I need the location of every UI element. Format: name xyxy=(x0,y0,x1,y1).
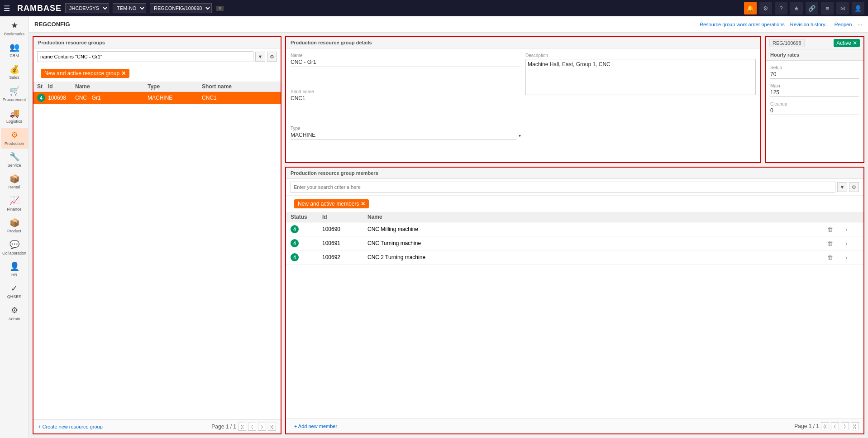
prev-page-button[interactable]: ⟨ xyxy=(248,423,256,431)
col-status: Status xyxy=(291,214,322,220)
filter-icon[interactable]: ▼ xyxy=(255,52,265,62)
type-select[interactable]: MACHINE ▾ xyxy=(291,132,521,140)
favorites-icon[interactable]: ★ xyxy=(790,2,803,14)
sidebar-item-product[interactable]: 📦 Product xyxy=(1,216,28,236)
delete-icon[interactable]: 🗑 xyxy=(827,240,845,247)
mail-icon[interactable]: ✉ xyxy=(836,2,849,14)
sidebar-item-service[interactable]: 🔧 Service xyxy=(1,149,28,170)
more-options-button[interactable]: ··· xyxy=(857,21,863,28)
main-value[interactable]: 125 xyxy=(770,89,859,97)
members-next-page-button[interactable]: ⟩ xyxy=(841,422,849,430)
sidebar-item-crm[interactable]: 👥 CRM xyxy=(1,40,28,61)
sidebar-item-label: Service xyxy=(7,163,21,168)
member-status: 4 xyxy=(291,225,322,233)
sidebar-item-sales[interactable]: 💰 Sales xyxy=(1,62,28,83)
last-page-button[interactable]: ⟩⟩ xyxy=(268,423,276,431)
sidebar-item-label: Bookmarks xyxy=(4,32,24,37)
template-select[interactable]: TEM-NO xyxy=(113,3,146,13)
hourly-rates-title: Hourly rates xyxy=(766,49,863,61)
main-content: REGCONFIG Resource group work order oper… xyxy=(29,16,868,438)
content-area: Production resource groups ▼ ⚙ New and a… xyxy=(29,33,868,438)
sidebar-item-qhses[interactable]: ✓ QHSES xyxy=(1,281,28,302)
member-status: 4 xyxy=(291,253,322,261)
status-circle: 4 xyxy=(291,239,299,247)
left-panel-footer: + Create new resource group Page 1 / 1 ⟨… xyxy=(33,419,281,433)
pagination: Page 1 / 1 ⟨⟨ ⟨ ⟩ ⟩⟩ xyxy=(211,423,276,431)
help-icon[interactable]: ? xyxy=(775,2,787,14)
type-value: MACHINE xyxy=(291,132,517,140)
menu-icon[interactable]: ☰ xyxy=(4,4,10,13)
members-settings-icon[interactable]: ⚙ xyxy=(849,182,859,192)
sidebar-item-admin[interactable]: ⚙ Admin xyxy=(1,303,28,324)
nav-arrow-icon[interactable]: › xyxy=(845,254,859,261)
sidebar-item-collaboration[interactable]: 💬 Collaboration xyxy=(1,237,28,258)
sidebar-item-logistics[interactable]: 🚚 Logistics xyxy=(1,106,28,127)
members-pagination: Page 1 / 1 ⟨⟨ ⟨ ⟩ ⟩⟩ xyxy=(794,422,859,430)
add-member-button[interactable]: + Add new member xyxy=(291,422,341,431)
col-name: Name xyxy=(367,214,827,220)
sidebar-item-finance[interactable]: 📈 Finance xyxy=(1,193,28,214)
filter-badge[interactable]: New and active resource group ✕ xyxy=(41,69,129,78)
members-filter-badge[interactable]: New and active members ✕ xyxy=(294,199,369,208)
members-table: 4 100690 CNC Milling machine 🗑 › 4 10069… xyxy=(286,222,863,419)
member-row-3[interactable]: 4 100692 CNC 2 Turning machine 🗑 › xyxy=(286,250,863,265)
nav-arrow-icon[interactable]: › xyxy=(845,226,859,233)
nav-arrow-icon[interactable]: › xyxy=(845,240,859,247)
filter-badge-close[interactable]: ✕ xyxy=(121,70,126,77)
settings-icon[interactable]: ⚙ xyxy=(759,2,772,14)
short-name-value[interactable]: CNC1 xyxy=(291,95,521,103)
setup-label: Setup xyxy=(770,65,859,70)
hourly-panel-header: REG/100698 Active ✕ xyxy=(766,37,863,49)
details-panel: Production resource group details Name C… xyxy=(285,36,761,163)
search-bar: ▼ ⚙ xyxy=(33,48,281,65)
members-last-page-button[interactable]: ⟩⟩ xyxy=(851,422,859,430)
company-select[interactable]: JHCDEVSYS xyxy=(65,3,109,13)
search-input[interactable] xyxy=(37,51,253,62)
sidebar-item-label: Sales xyxy=(9,75,19,80)
active-close-icon[interactable]: ✕ xyxy=(853,40,857,46)
revision-history-link[interactable]: Revision history... xyxy=(790,22,829,27)
sidebar-item-hr[interactable]: 👤 HR xyxy=(1,259,28,280)
filter-badge-label: New and active resource group xyxy=(44,70,119,77)
create-resource-group-link[interactable]: + Create new resource group xyxy=(38,424,103,429)
description-value[interactable]: Machine Hall, East, Group 1, CNC xyxy=(525,59,756,95)
description-field: Description Machine Hall, East, Group 1,… xyxy=(525,53,756,158)
delete-icon[interactable]: 🗑 xyxy=(827,226,845,233)
alert-icon[interactable]: 🔔 xyxy=(744,2,757,14)
member-row-2[interactable]: 4 100691 CNC Turning machine 🗑 › xyxy=(286,236,863,250)
collaboration-icon: 💬 xyxy=(10,240,19,250)
menu-list-icon[interactable]: ≡ xyxy=(821,2,834,14)
sidebar-item-procurement[interactable]: 🛒 Procurement xyxy=(1,84,28,105)
members-filter-close[interactable]: ✕ xyxy=(361,201,365,207)
reopen-link[interactable]: Reopen xyxy=(835,22,852,27)
sidebar-item-production[interactable]: ⚙ Production xyxy=(1,128,28,149)
cleanup-value[interactable]: 0 xyxy=(770,107,859,115)
table-row[interactable]: 4 100698 CNC - Gr1 MACHINE CNC1 xyxy=(33,92,281,104)
topbar-right: 🔔 ⚙ ? ★ 🔗 ≡ ✉ 👤 xyxy=(744,2,864,14)
settings-icon[interactable]: ⚙ xyxy=(267,52,277,62)
type-label: Type xyxy=(291,126,521,131)
delete-icon[interactable]: 🗑 xyxy=(827,254,845,261)
link-icon[interactable]: 🔗 xyxy=(806,2,818,14)
sidebar-item-bookmarks[interactable]: ★ Bookmarks xyxy=(1,18,28,39)
resource-group-work-order-link[interactable]: Resource group work order operations xyxy=(700,22,785,27)
sidebar: ★ Bookmarks 👥 CRM 💰 Sales 🛒 Procurement … xyxy=(0,16,29,438)
main-label: Main xyxy=(770,83,859,88)
members-search-input[interactable] xyxy=(291,182,835,193)
members-first-page-button[interactable]: ⟨⟨ xyxy=(821,422,829,430)
first-page-button[interactable]: ⟨⟨ xyxy=(238,423,246,431)
setup-value[interactable]: 70 xyxy=(770,71,859,79)
user-icon[interactable]: 👤 xyxy=(852,2,864,14)
members-prev-page-button[interactable]: ⟨ xyxy=(831,422,839,430)
next-page-button[interactable]: ⟩ xyxy=(258,423,266,431)
bookmarks-icon: ★ xyxy=(11,21,18,31)
sidebar-item-label: QHSES xyxy=(7,294,22,299)
member-id: 100691 xyxy=(322,240,367,246)
tab-close-button[interactable]: ✕ xyxy=(216,6,224,11)
name-value[interactable]: CNC - Gr1 xyxy=(291,59,521,67)
reg-select[interactable]: REGCONFIG/100698 xyxy=(150,3,212,13)
sidebar-item-rental[interactable]: 📦 Rental xyxy=(1,172,28,193)
members-filter-icon[interactable]: ▼ xyxy=(837,182,847,192)
chevron-down-icon[interactable]: ▾ xyxy=(519,133,521,138)
member-row-1[interactable]: 4 100690 CNC Milling machine 🗑 › xyxy=(286,222,863,236)
